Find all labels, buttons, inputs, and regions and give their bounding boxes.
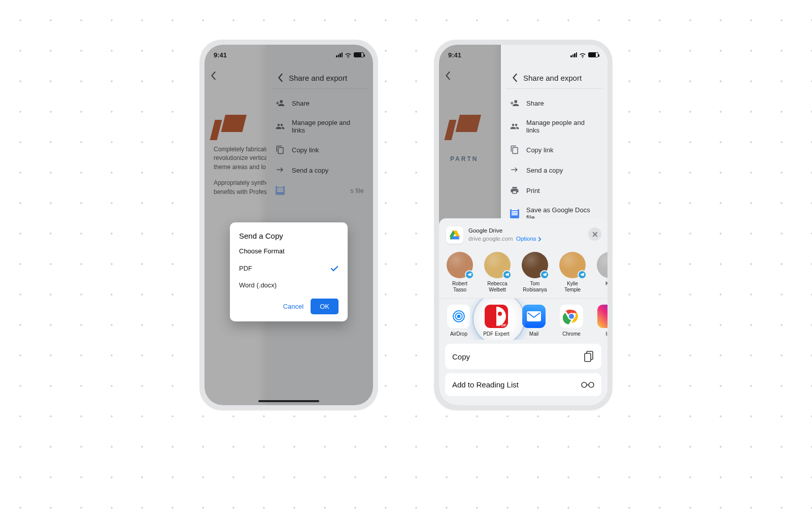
battery-icon <box>588 52 598 57</box>
panel-item-copylink[interactable]: Copy link <box>501 140 607 160</box>
share-contact[interactable]: Kylie Temple <box>558 252 587 293</box>
panel-item-manage[interactable]: Manage people and links <box>501 113 607 140</box>
ios-share-sheet: Google Drive drive.google.com Options Ro… <box>439 218 607 405</box>
send-copy-modal: Send a Copy Choose Format PDF Word (.doc… <box>230 222 348 321</box>
phone-2: 9:41 PARTN Share and export <box>434 40 613 410</box>
app-chrome[interactable]: Chrome <box>558 305 585 337</box>
telegram-badge-icon <box>465 270 474 279</box>
svg-point-4 <box>457 315 461 318</box>
cancel-button[interactable]: Cancel <box>283 303 303 310</box>
people-icon <box>510 122 519 131</box>
telegram-badge-icon <box>578 270 587 279</box>
svg-rect-8 <box>527 311 541 321</box>
share-contact[interactable]: Robert Tasso <box>445 252 475 293</box>
app-pdf-expert[interactable]: PDF PDF Expert <box>483 305 510 337</box>
share-contact[interactable]: Tom Robisanya <box>520 252 550 293</box>
share-app-name: Google Drive <box>468 227 542 235</box>
svg-rect-13 <box>585 353 591 362</box>
share-apps-row: AirDrop PDF PDF Expert <box>439 299 607 340</box>
panel-back-button[interactable] <box>512 73 518 82</box>
status-indicators <box>570 52 598 58</box>
app-instagram-partial[interactable]: Ins <box>595 305 607 337</box>
share-options-link[interactable]: Options <box>516 235 542 243</box>
panel-item-share[interactable]: Share <box>501 93 607 113</box>
app-airdrop[interactable]: AirDrop <box>445 305 472 337</box>
svg-point-14 <box>582 382 587 387</box>
copy-pages-icon <box>584 351 594 362</box>
app-mail[interactable]: Mail <box>520 305 548 337</box>
airdrop-icon <box>451 309 466 324</box>
google-docs-icon <box>510 209 519 218</box>
send-icon <box>510 166 519 175</box>
glasses-icon <box>581 381 594 388</box>
avatar <box>522 252 548 278</box>
share-app-domain: drive.google.com <box>468 236 513 242</box>
copy-icon <box>510 145 519 154</box>
svg-point-11 <box>569 314 574 319</box>
svg-point-15 <box>589 382 594 387</box>
modal-title: Send a Copy <box>239 232 339 240</box>
svg-point-7 <box>498 312 502 316</box>
person-add-icon <box>510 99 519 108</box>
modal-subtitle: Choose Format <box>239 247 339 255</box>
wifi-icon <box>579 52 586 58</box>
panel-item-sendcopy[interactable]: Send a copy <box>501 160 607 180</box>
signal-icon <box>570 52 577 57</box>
ok-button[interactable]: OK <box>311 299 339 314</box>
telegram-badge-icon <box>502 270 512 279</box>
format-option-pdf[interactable]: PDF <box>239 260 339 277</box>
avatar <box>597 252 607 278</box>
check-icon <box>330 266 339 272</box>
google-drive-icon <box>446 226 463 244</box>
action-reading-list[interactable]: Add to Reading List <box>445 373 601 396</box>
panel-item-print[interactable]: Print <box>501 180 607 201</box>
telegram-badge-icon <box>540 270 549 279</box>
share-contact[interactable]: Kpe <box>595 252 607 293</box>
share-contacts-row: Robert Tasso Rebecca Welbett Tom Robisan… <box>439 250 607 299</box>
chrome-icon <box>563 308 580 325</box>
avatar <box>484 252 511 278</box>
action-copy[interactable]: Copy <box>445 344 601 369</box>
panel-title: Share and export <box>523 74 582 82</box>
share-contact[interactable]: Rebecca Welbett <box>483 252 512 293</box>
mail-icon <box>527 311 541 321</box>
share-close-button[interactable] <box>588 227 601 241</box>
phone-1: 9:41 Completely fabricate vertical world… <box>199 40 378 410</box>
avatar <box>559 252 586 278</box>
avatar <box>447 252 473 278</box>
print-icon <box>510 186 519 195</box>
format-option-word[interactable]: Word (.docx) <box>239 277 339 293</box>
